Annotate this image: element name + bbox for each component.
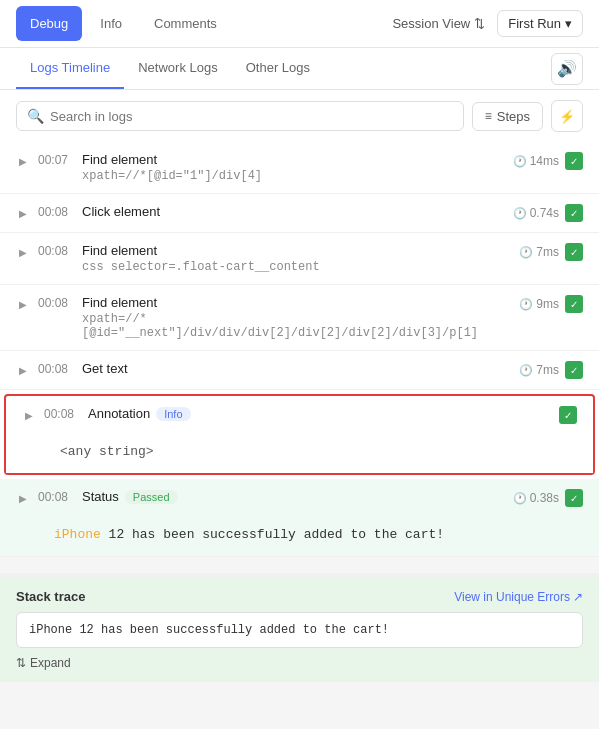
status-text-rest: 12 has been successfully added to the ca… [101,527,444,542]
session-view-selector[interactable]: Session View ⇅ [392,16,485,31]
stack-trace-text: iPhone 12 has been successfully added to… [29,623,389,637]
log-duration: 🕐 9ms [519,297,559,311]
expand-icon[interactable]: ▶ [16,363,30,377]
log-row[interactable]: ▶ 00:08 Find element css selector=.float… [0,233,599,285]
log-name: Find element [82,243,157,258]
log-list: ▶ 00:07 Find element xpath=//*[@id="1"]/… [0,142,599,557]
annotation-highlighted-section: ▶ 00:08 Annotation Info ✓ <any string> [4,394,595,475]
log-meta: 🕐 9ms ✓ [519,295,583,313]
status-log-row[interactable]: ▶ 00:08 Status Passed 🕐 0.38s ✓ [0,479,599,517]
log-status-icon: ✓ [565,243,583,261]
clock-icon: 🕐 [519,246,533,259]
log-time: 00:08 [38,244,74,258]
expand-icon[interactable]: ▶ [16,297,30,311]
chevron-updown-icon: ⇅ [474,16,485,31]
log-name: Get text [82,361,128,376]
search-input[interactable] [50,109,453,124]
log-row[interactable]: ▶ 00:07 Find element xpath=//*[@id="1"]/… [0,142,599,194]
status-section: ▶ 00:08 Status Passed 🕐 0.38s ✓ iPhone 1… [0,479,599,557]
log-content: Get text [82,361,511,376]
expand-button[interactable]: ⇅ Expand [16,656,583,670]
expand-icon[interactable]: ▶ [16,154,30,168]
log-sub: css selector=.float-cart__content [82,260,511,274]
log-row[interactable]: ▶ 00:08 Get text 🕐 7ms ✓ [0,351,599,390]
steps-icon: ≡ [485,109,492,123]
annotation-log-row[interactable]: ▶ 00:08 Annotation Info ✓ [6,396,593,434]
log-meta: 🕐 7ms ✓ [519,361,583,379]
top-tab-bar: Debug Info Comments Session View ⇅ First… [0,0,599,48]
view-unique-errors-link[interactable]: View in Unique Errors ↗ [454,590,583,604]
clock-icon: 🕐 [519,364,533,377]
expand-icon[interactable]: ▶ [22,408,36,422]
view-unique-label: View in Unique Errors [454,590,570,604]
audio-icon: 🔊 [557,59,577,78]
log-time: 00:08 [38,362,74,376]
log-content: Find element xpath=//*[@id="__next"]/div… [82,295,511,340]
tab-debug[interactable]: Debug [16,6,82,41]
first-run-selector[interactable]: First Run ▾ [497,10,583,37]
log-meta: 🕐 7ms ✓ [519,243,583,261]
log-duration: 🕐 7ms [519,245,559,259]
log-time: 00:08 [38,296,74,310]
tab-other-logs[interactable]: Other Logs [232,48,324,89]
search-input-wrap[interactable]: 🔍 [16,101,464,131]
filter-icon: ⚡ [559,109,575,124]
log-name: Click element [82,204,160,219]
audio-button[interactable]: 🔊 [551,53,583,85]
log-sub: xpath=//*[@id="1"]/div[4] [82,169,505,183]
session-view-label: Session View [392,16,470,31]
log-content: Annotation Info [88,406,551,421]
tab-comments[interactable]: Comments [140,6,231,41]
tab-logs-timeline[interactable]: Logs Timeline [16,48,124,89]
log-row[interactable]: ▶ 00:08 Find element xpath=//*[@id="__ne… [0,285,599,351]
status-badge: Passed [125,490,178,504]
expand-icon[interactable]: ▶ [16,491,30,505]
log-name: Annotation [88,406,150,421]
log-time: 00:08 [38,205,74,219]
log-meta: 🕐 0.74s ✓ [513,204,583,222]
steps-button[interactable]: ≡ Steps [472,102,543,131]
annotation-text: <any string> [60,444,154,459]
log-content: Find element css selector=.float-cart__c… [82,243,511,274]
log-sub: xpath=//*[@id="__next"]/div/div/div[2]/d… [82,312,511,340]
log-status-icon: ✓ [559,406,577,424]
clock-icon: 🕐 [513,207,527,220]
log-name: Find element [82,152,157,167]
status-content: iPhone 12 has been successfully added to… [0,517,599,556]
annotation-badge: Info [156,407,190,421]
log-duration: 🕐 0.38s [513,491,559,505]
log-status-icon: ✓ [565,489,583,507]
annotation-content: <any string> [6,434,593,473]
external-link-icon: ↗ [573,590,583,604]
log-row[interactable]: ▶ 00:08 Click element 🕐 0.74s ✓ [0,194,599,233]
log-content: Find element xpath=//*[@id="1"]/div[4] [82,152,505,183]
stack-trace-body: iPhone 12 has been successfully added to… [16,612,583,648]
log-time: 00:07 [38,153,74,167]
chevron-down-icon: ▾ [565,16,572,31]
stack-trace-title: Stack trace [16,589,85,604]
log-meta: 🕐 0.38s ✓ [513,489,583,507]
expand-icon[interactable]: ▶ [16,206,30,220]
search-icon: 🔍 [27,108,44,124]
tab-info[interactable]: Info [86,6,136,41]
log-meta: 🕐 14ms ✓ [513,152,583,170]
search-bar: 🔍 ≡ Steps ⚡ [0,90,599,142]
steps-label: Steps [497,109,530,124]
status-text-iphone: iPhone [54,527,101,542]
filter-button[interactable]: ⚡ [551,100,583,132]
expand-label: Expand [30,656,71,670]
log-status-icon: ✓ [565,295,583,313]
stack-trace-section: Stack trace View in Unique Errors ↗ iPho… [0,573,599,682]
first-run-label: First Run [508,16,561,31]
log-duration: 🕐 14ms [513,154,559,168]
log-status-icon: ✓ [565,152,583,170]
stack-trace-header: Stack trace View in Unique Errors ↗ [16,589,583,604]
log-duration: 🕐 0.74s [513,206,559,220]
log-content: Click element [82,204,505,219]
expand-icon: ⇅ [16,656,26,670]
log-time: 00:08 [38,490,74,504]
tab-network-logs[interactable]: Network Logs [124,48,231,89]
expand-icon[interactable]: ▶ [16,245,30,259]
clock-icon: 🕐 [519,298,533,311]
clock-icon: 🕐 [513,492,527,505]
